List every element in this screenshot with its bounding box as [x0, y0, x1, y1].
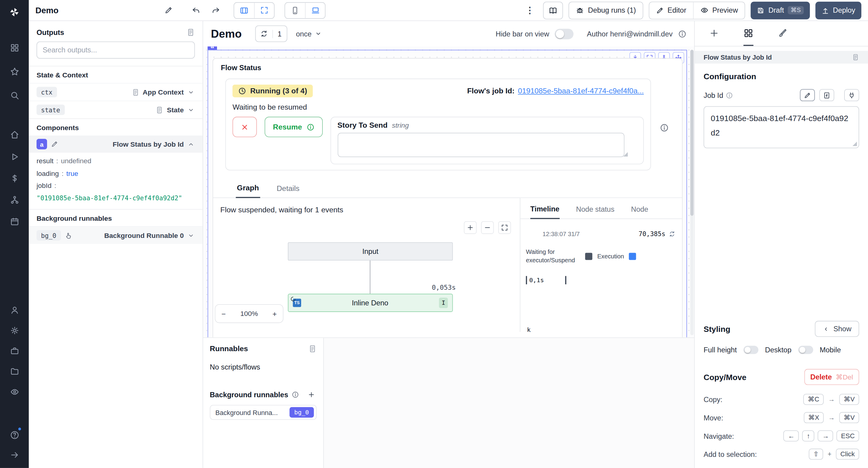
- flow-graph[interactable]: Flow suspended, waiting for 1 events Inp…: [213, 198, 520, 332]
- graph-zoom-out-button[interactable]: [481, 221, 494, 234]
- rail-schedules-button[interactable]: [4, 211, 24, 231]
- chevron-left-icon: [823, 326, 830, 332]
- show-styling-button[interactable]: Show: [815, 321, 859, 337]
- search-outputs-input[interactable]: [36, 41, 195, 59]
- doc-icon: [308, 344, 317, 353]
- graph-zoom-in-button[interactable]: [464, 221, 476, 234]
- zoom-in-button[interactable]: +: [273, 310, 277, 318]
- author-label: Author henri@windmill.dev: [587, 30, 673, 38]
- selected-component-a[interactable]: a Flow Status Running (3 of 4): [208, 50, 687, 337]
- delete-component-button[interactable]: Delete ⌘Del: [804, 369, 859, 385]
- runnables-empty-text: No scripts/flows: [210, 363, 316, 371]
- expression-button[interactable]: [819, 89, 834, 101]
- styling-tab[interactable]: [778, 21, 788, 46]
- rail-account-button[interactable]: [4, 300, 24, 320]
- state-row[interactable]: state State: [29, 101, 203, 119]
- hide-bar-toggle[interactable]: [555, 29, 574, 39]
- mobile-view-toggle[interactable]: [285, 2, 305, 18]
- add-background-runnable-button[interactable]: [306, 389, 317, 400]
- more-menu-button[interactable]: ⋮: [522, 2, 537, 18]
- rail-runs-button[interactable]: [4, 147, 24, 167]
- story-to-send-input[interactable]: [338, 133, 625, 157]
- cancel-button[interactable]: [232, 117, 257, 137]
- graph-fullscreen-button[interactable]: [498, 221, 511, 234]
- play-icon: [10, 152, 19, 161]
- tab-node[interactable]: Node: [631, 205, 648, 219]
- connect-button[interactable]: [844, 89, 859, 101]
- app-sidebar: [0, 0, 29, 468]
- briefcase-icon: [10, 346, 19, 355]
- rail-help-button[interactable]: [4, 425, 24, 445]
- docs-button[interactable]: [543, 1, 563, 19]
- rail-home-button[interactable]: [4, 124, 24, 144]
- graph-node-inline-deno[interactable]: TS Inline Deno I: [288, 294, 453, 312]
- schedule-select[interactable]: once: [293, 30, 326, 38]
- key-chip: ESC: [837, 430, 859, 441]
- rename-app-button[interactable]: [161, 2, 176, 18]
- help-icon: [10, 430, 19, 439]
- undo-icon: [192, 6, 200, 14]
- function-icon: [823, 92, 830, 99]
- refresh-icon: [260, 30, 268, 38]
- grid-icon: [10, 43, 19, 52]
- ctx-row[interactable]: ctx App Context: [29, 83, 203, 101]
- scrollbar-thumb[interactable]: [690, 50, 693, 215]
- gear-icon: [10, 326, 19, 335]
- rail-search-button[interactable]: [4, 85, 24, 105]
- graph-node-input[interactable]: Input: [288, 242, 453, 261]
- key-chip: →: [818, 430, 833, 441]
- flow-status-title: Flow Status: [213, 59, 682, 73]
- bug-icon: [576, 6, 584, 14]
- redo-button[interactable]: [208, 2, 224, 18]
- windmill-logo[interactable]: [7, 4, 22, 20]
- app-canvas[interactable]: a Flow Status Running (3 of 4): [203, 46, 694, 337]
- tab-graph[interactable]: Graph: [236, 179, 260, 198]
- settings-panel: Flow Status by Job Id Configuration Job …: [694, 21, 868, 468]
- story-to-send-field: Story To Send string: [330, 117, 644, 164]
- tab-details[interactable]: Details: [276, 179, 301, 198]
- info-icon[interactable]: [660, 124, 669, 132]
- job-id-input[interactable]: 0191085e-5baa-81ef-4774-c9ef4f0a92d2: [704, 106, 859, 148]
- rail-audit-button[interactable]: [4, 381, 24, 401]
- rail-flows-button[interactable]: [4, 190, 24, 210]
- resize-grip[interactable]: [623, 152, 628, 157]
- rail-folders-button[interactable]: [4, 361, 24, 381]
- canvas-scrollbar[interactable]: [690, 50, 693, 335]
- deploy-button[interactable]: Deploy: [815, 1, 861, 19]
- resume-button[interactable]: Resume: [265, 117, 322, 137]
- debug-runs-button[interactable]: Debug runs (1): [568, 1, 643, 19]
- rail-apps-button[interactable]: [4, 38, 24, 58]
- rail-variables-button[interactable]: [4, 168, 24, 188]
- refresh-button[interactable]: [255, 26, 272, 41]
- tab-timeline[interactable]: Timeline: [530, 205, 559, 219]
- job-id-link[interactable]: 0191085e-5baa-81ef-4774-c9ef4f0a...: [518, 87, 644, 95]
- desktop-toggle[interactable]: [798, 346, 813, 354]
- preview-tab[interactable]: Preview: [693, 2, 744, 19]
- background-runnable-item[interactable]: Background Runna... bg_0: [210, 405, 316, 420]
- tab-node-status[interactable]: Node status: [576, 205, 614, 219]
- hand-icon: [64, 232, 72, 239]
- info-icon: [291, 391, 299, 398]
- background-runnable-row[interactable]: bg_0 Background Runnable 0: [29, 227, 203, 244]
- component-a-row[interactable]: a Flow Status by Job Id: [29, 136, 203, 153]
- desktop-view-toggle[interactable]: [305, 2, 325, 18]
- fullscreen-toggle[interactable]: [254, 2, 274, 18]
- desktop-label: Desktop: [765, 346, 792, 354]
- resize-grip[interactable]: [852, 142, 857, 146]
- plus-icon: [467, 224, 474, 231]
- rail-favorites-button[interactable]: [4, 61, 24, 81]
- rail-collapse-button[interactable]: [4, 445, 24, 465]
- undo-button[interactable]: [188, 2, 204, 18]
- full-height-toggle[interactable]: [744, 346, 758, 354]
- editor-tab[interactable]: Editor: [649, 2, 693, 19]
- editor-panels-toggle[interactable]: [234, 2, 254, 18]
- fullscreen-icon: [260, 6, 269, 14]
- refresh-icon[interactable]: [669, 231, 675, 237]
- static-value-button[interactable]: [800, 89, 815, 101]
- rail-settings-button[interactable]: [4, 320, 24, 340]
- draft-button[interactable]: Draft ⌘S: [751, 1, 810, 19]
- rail-jobs-button[interactable]: [4, 341, 24, 361]
- component-settings-tab[interactable]: [744, 21, 753, 46]
- zoom-out-button[interactable]: −: [221, 310, 226, 318]
- insert-component-tab[interactable]: [709, 21, 719, 46]
